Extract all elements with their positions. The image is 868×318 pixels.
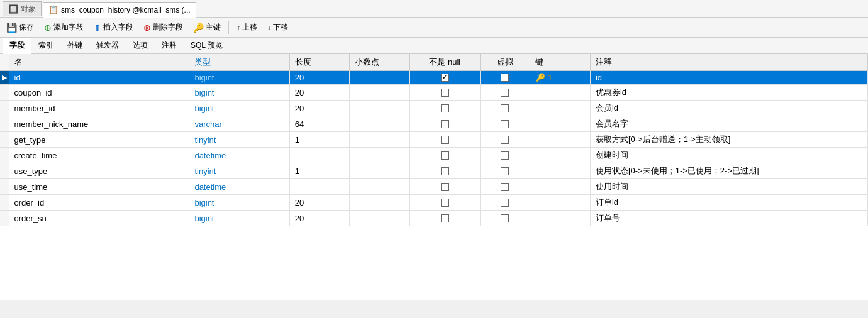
field-name-6[interactable]: use_type (9, 163, 189, 179)
table-row[interactable]: coupon_idbigint20优惠券id (0, 85, 868, 101)
notnull-checkbox-7[interactable] (441, 183, 449, 191)
field-decimal-2[interactable] (350, 101, 410, 116)
notnull-checkbox-2[interactable] (441, 104, 449, 112)
field-type-2[interactable]: bigint (189, 101, 289, 116)
move-down-button[interactable]: ↓ 下移 (264, 20, 292, 35)
notnull-checkbox-9[interactable] (441, 214, 449, 222)
tab-sql-preview[interactable]: SQL 预览 (184, 38, 230, 53)
tab-option[interactable]: 选项 (126, 38, 155, 53)
tab-trigger[interactable]: 触发器 (89, 38, 126, 53)
field-length-9[interactable]: 20 (289, 211, 350, 226)
field-length-4[interactable]: 1 (289, 132, 350, 148)
tab-foreign-key[interactable]: 外键 (60, 38, 89, 53)
notnull-checkbox-0[interactable] (441, 74, 449, 82)
field-decimal-3[interactable] (350, 116, 410, 132)
field-notnull-6[interactable] (410, 163, 481, 179)
field-notnull-2[interactable] (410, 101, 481, 116)
field-virtual-5[interactable] (480, 148, 530, 163)
field-decimal-9[interactable] (350, 211, 410, 226)
tab-comment[interactable]: 注释 (155, 38, 184, 53)
notnull-checkbox-6[interactable] (441, 167, 449, 175)
field-name-9[interactable]: order_sn (9, 211, 189, 226)
field-virtual-8[interactable] (480, 195, 530, 211)
field-length-0[interactable]: 20 (289, 71, 350, 85)
field-type-3[interactable]: varchar (189, 116, 289, 132)
delete-field-button[interactable]: ⊗ 删除字段 (140, 20, 187, 35)
field-virtual-9[interactable] (480, 211, 530, 226)
field-name-8[interactable]: order_id (9, 195, 189, 211)
save-button[interactable]: 💾 保存 (3, 20, 38, 35)
virtual-checkbox-5[interactable] (501, 151, 509, 160)
virtual-checkbox-1[interactable] (501, 89, 509, 97)
field-name-1[interactable]: coupon_id (9, 85, 189, 101)
virtual-checkbox-4[interactable] (501, 136, 509, 144)
field-decimal-5[interactable] (350, 148, 410, 163)
field-type-9[interactable]: bigint (189, 211, 289, 226)
field-length-1[interactable]: 20 (289, 85, 350, 101)
table-row[interactable]: use_timedatetime使用时间 (0, 179, 868, 195)
field-virtual-0[interactable] (480, 71, 530, 85)
field-decimal-7[interactable] (350, 179, 410, 195)
virtual-checkbox-0[interactable] (501, 74, 509, 82)
add-field-button[interactable]: ⊕ 添加字段 (40, 20, 87, 35)
field-type-7[interactable]: datetime (189, 179, 289, 195)
virtual-checkbox-6[interactable] (501, 167, 509, 175)
inactive-tab[interactable]: 🔲 对象 (3, 1, 42, 16)
virtual-checkbox-7[interactable] (501, 183, 509, 191)
table-row[interactable]: use_typetinyint1使用状态[0->未使用；1->已使用；2->已过… (0, 163, 868, 179)
field-virtual-3[interactable] (480, 116, 530, 132)
field-decimal-8[interactable] (350, 195, 410, 211)
field-type-5[interactable]: datetime (189, 148, 289, 163)
notnull-checkbox-5[interactable] (441, 151, 449, 160)
field-decimal-0[interactable] (350, 71, 410, 85)
field-length-2[interactable]: 20 (289, 101, 350, 116)
field-type-4[interactable]: tinyint (189, 132, 289, 148)
field-length-8[interactable]: 20 (289, 195, 350, 211)
table-row[interactable]: order_idbigint20订单id (0, 195, 868, 211)
field-notnull-5[interactable] (410, 148, 481, 163)
table-row[interactable]: member_idbigint20会员id (0, 101, 868, 116)
field-name-4[interactable]: get_type (9, 132, 189, 148)
field-notnull-9[interactable] (410, 211, 481, 226)
field-type-0[interactable]: bigint (189, 71, 289, 85)
table-row[interactable]: get_typetinyint1获取方式[0->后台赠送；1->主动领取] (0, 132, 868, 148)
field-notnull-1[interactable] (410, 85, 481, 101)
field-virtual-6[interactable] (480, 163, 530, 179)
table-row[interactable]: order_snbigint20订单号 (0, 211, 868, 226)
insert-field-button[interactable]: ⬆ 插入字段 (90, 20, 137, 35)
field-name-5[interactable]: create_time (9, 148, 189, 163)
field-notnull-4[interactable] (410, 132, 481, 148)
field-type-6[interactable]: tinyint (189, 163, 289, 179)
field-name-3[interactable]: member_nick_name (9, 116, 189, 132)
field-virtual-1[interactable] (480, 85, 530, 101)
field-name-2[interactable]: member_id (9, 101, 189, 116)
field-decimal-6[interactable] (350, 163, 410, 179)
notnull-checkbox-8[interactable] (441, 199, 449, 207)
field-virtual-4[interactable] (480, 132, 530, 148)
active-tab[interactable]: 📋 sms_coupon_history @kcmall_sms (... (43, 2, 196, 18)
notnull-checkbox-3[interactable] (441, 120, 449, 128)
field-virtual-2[interactable] (480, 101, 530, 116)
notnull-checkbox-1[interactable] (441, 89, 449, 97)
field-length-3[interactable]: 64 (289, 116, 350, 132)
field-length-6[interactable]: 1 (289, 163, 350, 179)
table-row[interactable]: member_nick_namevarchar64会员名字 (0, 116, 868, 132)
field-name-7[interactable]: use_time (9, 179, 189, 195)
virtual-checkbox-9[interactable] (501, 214, 509, 222)
notnull-checkbox-4[interactable] (441, 136, 449, 144)
field-decimal-1[interactable] (350, 85, 410, 101)
virtual-checkbox-8[interactable] (501, 199, 509, 207)
tab-index[interactable]: 索引 (31, 38, 60, 53)
table-row[interactable]: create_timedatetime创建时间 (0, 148, 868, 163)
field-notnull-3[interactable] (410, 116, 481, 132)
primary-key-button[interactable]: 🔑 主键 (189, 20, 225, 35)
field-name-0[interactable]: id (9, 71, 189, 85)
table-row[interactable]: ▶idbigint20🔑 1id (0, 71, 868, 85)
tab-field[interactable]: 字段 (3, 38, 31, 54)
move-up-button[interactable]: ↑ 上移 (233, 20, 261, 35)
field-virtual-7[interactable] (480, 179, 530, 195)
field-length-7[interactable] (289, 179, 350, 195)
field-type-8[interactable]: bigint (189, 195, 289, 211)
virtual-checkbox-3[interactable] (501, 120, 509, 128)
virtual-checkbox-2[interactable] (501, 104, 509, 112)
